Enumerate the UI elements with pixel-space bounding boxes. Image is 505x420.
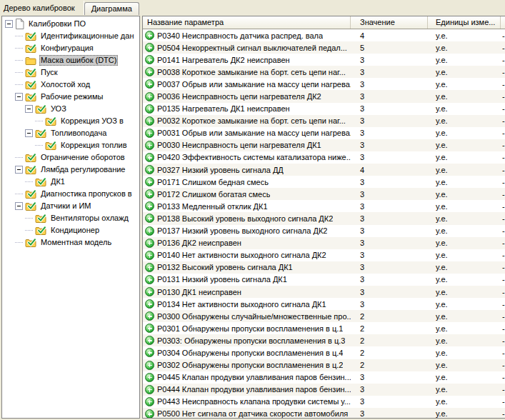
- tree-item[interactable]: Коррекция УОЗ в: [2, 115, 139, 127]
- cell-value: 2: [351, 349, 428, 357]
- table-row[interactable]: P0500 Нет сигнала от датчика скорости ав…: [143, 408, 505, 418]
- tree-item[interactable]: Диагностика пропусков в: [2, 188, 139, 200]
- table-row[interactable]: P0300 Обнаружены случайные/множественные…: [143, 310, 505, 322]
- table-row[interactable]: P0504 Некорректный сигнал выключателей п…: [143, 41, 505, 54]
- table-row[interactable]: P0327 Низкий уровень сигнала ДД4у.е.-: [143, 164, 505, 176]
- column-header-extra[interactable]: [501, 16, 505, 29]
- cell-units: у.е.: [428, 202, 501, 211]
- tree-indent: [2, 48, 15, 49]
- table-row[interactable]: P0137 Низкий уровень выходного сигнала Д…: [143, 225, 505, 237]
- tree-item[interactable]: Холостой ход: [2, 79, 139, 91]
- table-row[interactable]: P0037 Обрыв или замыкание на массу цепи …: [143, 78, 505, 90]
- table-row[interactable]: P0036 Неисправность цепи нагревателя ДК2…: [143, 90, 505, 102]
- dtc-plus-icon: [145, 311, 154, 321]
- tree-item[interactable]: Коррекция топлив: [2, 139, 139, 151]
- dtc-plus-icon: [145, 287, 154, 296]
- cell-extra: -: [501, 361, 505, 369]
- table-row[interactable]: P0340 Неисправность датчика распред. вал…: [143, 29, 505, 41]
- parameter-name-text: P0131 Низкий уровень сигнала ДК1: [157, 275, 287, 284]
- cell-units: у.е.: [428, 324, 501, 333]
- tree-item[interactable]: Пуск: [2, 66, 139, 79]
- tree-item[interactable]: УОЗ: [2, 103, 139, 115]
- cell-extra: -: [501, 56, 505, 64]
- table-row[interactable]: P0304 Обнаружены пропуски воспламенения …: [143, 346, 505, 359]
- tree-item[interactable]: Лямбда регулирование: [2, 164, 139, 176]
- cell-units: у.е.: [428, 361, 501, 369]
- tree-item[interactable]: Ограничение оборотов: [2, 151, 139, 164]
- table-row[interactable]: P0038 Короткое замыкание на борт. сеть ц…: [143, 66, 505, 78]
- tree-item[interactable]: ДК1: [2, 176, 139, 188]
- cell-parameter-name: P0300 Обнаружены случайные/множественные…: [143, 311, 351, 321]
- table-row[interactable]: P0030 Неисправность цепи нагревателя ДК1…: [143, 139, 505, 151]
- cell-extra: -: [501, 300, 505, 309]
- tab-diagram[interactable]: Диаграмма: [84, 2, 139, 15]
- collapse-toggle-icon[interactable]: [15, 93, 23, 101]
- table-row[interactable]: P0031 Обрыв или замыкание на массу цепи …: [143, 127, 505, 139]
- column-header-value[interactable]: Значение: [351, 16, 428, 29]
- cell-value: 3: [351, 92, 428, 101]
- tree-indent: [2, 194, 15, 194]
- cell-units: у.е.: [428, 226, 501, 235]
- parameter-name-text: P0140 Нет активности выходного сигнала Д…: [157, 251, 326, 259]
- cell-units: у.е.: [428, 190, 501, 199]
- table-row[interactable]: P0132 Высокий уровень сигнала ДК13у.е.-: [143, 261, 505, 274]
- tree-item[interactable]: Маска ошибок (DTC): [2, 54, 139, 66]
- table-row[interactable]: P0138 Высокий уровень выходного сигнала …: [143, 212, 505, 224]
- tree-item-label: УОЗ: [49, 104, 68, 114]
- tree-item[interactable]: Кондиционер: [2, 224, 139, 236]
- table-row[interactable]: P0444 Клапан продувки улавливания паров …: [143, 384, 505, 396]
- tree-item[interactable]: Вентиляторы охлажд: [2, 212, 139, 224]
- collapse-toggle-icon[interactable]: [25, 129, 33, 137]
- table-body: P0340 Неисправность датчика распред. вал…: [143, 29, 505, 418]
- cell-value: 3: [351, 178, 428, 186]
- dtc-plus-icon: [145, 214, 154, 223]
- tree-item[interactable]: Датчики и ИМ: [2, 200, 139, 212]
- folder-check-icon: [25, 201, 36, 211]
- parameter-name-text: P0130 ДК1 неисправен: [157, 288, 241, 296]
- table-row[interactable]: P0172 Слишком богатая смесь3у.е.-: [143, 188, 505, 200]
- table-row[interactable]: P0171 Слишком бедная смесь3у.е.-: [143, 176, 505, 188]
- collapse-toggle-icon[interactable]: [5, 20, 13, 28]
- column-header-units[interactable]: Единицы изме...: [428, 16, 501, 29]
- table-row[interactable]: P0140 Нет активности выходного сигнала Д…: [143, 249, 505, 261]
- tree-item[interactable]: Моментная модель: [2, 236, 139, 249]
- cell-value: 3: [351, 275, 428, 284]
- table-row[interactable]: P0133 Медленный отклик ДК13у.е.-: [143, 200, 505, 212]
- folder-check-icon: [25, 31, 36, 41]
- collapse-toggle-icon[interactable]: [25, 105, 33, 113]
- collapse-toggle-icon[interactable]: [15, 166, 23, 174]
- table-row[interactable]: P0303: Обнаружены пропуски воспламенения…: [143, 334, 505, 346]
- table-row[interactable]: P0141 Нагреватель ДК2 неисправен3у.е.-: [143, 54, 505, 66]
- table-row[interactable]: P0420 Эффективность системы катализатора…: [143, 151, 505, 164]
- table-row[interactable]: P0302 Обнаружены пропуски воспламенения …: [143, 359, 505, 371]
- table-row[interactable]: P0032 Короткое замыкание на борт. сеть ц…: [143, 115, 505, 127]
- dtc-plus-icon: [145, 275, 154, 284]
- tree-item-label: Моментная модель: [39, 237, 113, 248]
- tree-item[interactable]: Рабочие режимы: [2, 91, 139, 103]
- table-row[interactable]: P0134 Нет активности выходного сигнала Д…: [143, 298, 505, 310]
- tree-indent: [2, 109, 25, 109]
- table-row[interactable]: P0130 ДК1 неисправен3у.е.-: [143, 286, 505, 298]
- table-row[interactable]: P0135 Нагреватель ДК1 неисправен3у.е.-: [143, 103, 505, 115]
- tree-item[interactable]: Топливоподача: [2, 127, 139, 139]
- tree-indent: [2, 84, 15, 85]
- tree-item-label: Калибровки ПО: [27, 19, 87, 29]
- cell-parameter-name: P0304 Обнаружены пропуски воспламенения …: [143, 348, 351, 357]
- folder-check-icon: [25, 92, 36, 102]
- cell-parameter-name: P0420 Эффективность системы катализатора…: [143, 153, 351, 162]
- parameter-name-text: P0136 ДК2 неисправен: [157, 239, 241, 247]
- tree-item[interactable]: Конфигурация: [2, 42, 139, 54]
- column-header-name[interactable]: Название параметра: [143, 16, 351, 29]
- table-row[interactable]: P0443 Неисправность клапана продувки сис…: [143, 396, 505, 408]
- tree-item[interactable]: Идентификационные дан: [2, 30, 139, 42]
- tree-item[interactable]: Калибровки ПО: [2, 18, 139, 30]
- cell-parameter-name: P0303: Обнаружены пропуски воспламенения…: [143, 336, 351, 345]
- dtc-plus-icon: [145, 239, 154, 248]
- collapse-toggle-icon[interactable]: [15, 202, 23, 210]
- table-row[interactable]: P0136 ДК2 неисправен3у.е.-: [143, 237, 505, 249]
- cell-parameter-name: P0141 Нагреватель ДК2 неисправен: [143, 55, 351, 64]
- tab-calibration-tree[interactable]: Дерево калибровок: [0, 1, 84, 15]
- table-row[interactable]: P0131 Низкий уровень сигнала ДК13у.е.-: [143, 274, 505, 286]
- table-row[interactable]: P0301 Обнаружены пропуски воспламенения …: [143, 322, 505, 334]
- table-row[interactable]: P0445 Клапан продувки улавливания паров …: [143, 371, 505, 384]
